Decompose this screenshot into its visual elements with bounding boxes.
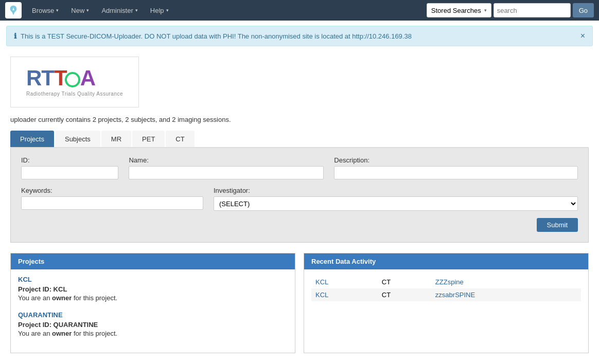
tab-mr[interactable]: MR <box>101 131 131 147</box>
help-caret-icon: ▾ <box>166 8 169 13</box>
activity-col3-row1[interactable]: ZZZspine <box>431 276 581 288</box>
nav-browse[interactable]: Browse ▾ <box>27 0 64 21</box>
summary-text: uploader currently contains 2 projects, … <box>10 116 589 123</box>
project-link-kcl[interactable]: KCL <box>18 276 288 283</box>
activity-col3-row2[interactable]: zzsabrSPINE <box>431 288 581 301</box>
project-meta-kcl-id: Project ID: KCL <box>18 285 288 293</box>
activity-panel: Recent Data Activity KCL CT ZZZspine KCL… <box>304 253 589 353</box>
activity-table: KCL CT ZZZspine KCL CT zzsabrSPINE <box>311 276 581 301</box>
investigator-label: Investigator: <box>214 187 578 194</box>
tab-bar: Projects Subjects MR PET CT <box>10 131 589 148</box>
navbar: Browse ▾ New ▾ Administer ▾ Help ▾ Store… <box>0 0 599 21</box>
project-meta-quarantine-id: Project ID: QUARANTINE <box>18 321 288 329</box>
tab-pet[interactable]: PET <box>132 131 165 147</box>
logo-oa-text: A <box>80 66 95 90</box>
search-input[interactable] <box>494 3 571 17</box>
alert-bar: ℹ This is a TEST Secure-DICOM-Uploader. … <box>6 26 593 46</box>
form-group-investigator: Investigator: (SELECT) <box>214 187 578 211</box>
stored-searches-caret-icon: ▾ <box>484 8 487 13</box>
activity-col2-row1: CT <box>378 276 431 288</box>
navbar-right: Stored Searches ▾ Go <box>427 3 594 17</box>
browse-caret-icon: ▾ <box>56 8 59 13</box>
panels-row: Projects KCL Project ID: KCL You are an … <box>10 253 589 353</box>
search-form: ID: Name: Description: Keywords: Investi… <box>10 148 589 243</box>
project-role-bold-kcl: owner <box>52 294 72 302</box>
project-meta-kcl-role: You are an owner for this project. <box>18 294 288 302</box>
description-input[interactable] <box>334 166 578 179</box>
projects-panel-header: Projects <box>11 253 295 269</box>
nav-new[interactable]: New ▾ <box>66 0 94 21</box>
activity-col1-row2[interactable]: KCL <box>311 288 378 301</box>
info-icon: ℹ <box>14 32 16 40</box>
activity-row-1: KCL CT ZZZspine <box>311 276 581 288</box>
main-content: RTTA Radiotherapy Trials Quality Assuran… <box>0 51 599 353</box>
project-role-bold-quarantine: owner <box>52 330 72 337</box>
form-row-2: Keywords: Investigator: (SELECT) <box>21 187 578 211</box>
administer-caret-icon: ▾ <box>135 8 138 13</box>
app-logo <box>5 2 22 19</box>
keywords-label: Keywords: <box>21 187 203 194</box>
name-label: Name: <box>129 156 324 164</box>
nav-help[interactable]: Help ▾ <box>145 0 174 21</box>
project-entry-kcl: KCL Project ID: KCL You are an owner for… <box>18 276 288 302</box>
id-label: ID: <box>21 156 118 164</box>
project-link-quarantine[interactable]: QUARANTINE <box>18 311 288 319</box>
projects-panel-body: KCL Project ID: KCL You are an owner for… <box>11 269 295 353</box>
go-button[interactable]: Go <box>573 3 594 17</box>
keywords-input[interactable] <box>21 196 203 210</box>
form-group-description: Description: <box>334 156 578 179</box>
nav-administer[interactable]: Administer ▾ <box>96 0 143 21</box>
logo-subtitle: Radiotherapy Trials Quality Assurance <box>26 91 123 97</box>
activity-col2-row2: CT <box>378 288 431 301</box>
tab-projects[interactable]: Projects <box>10 131 54 147</box>
logo-rt-text: RT <box>26 66 54 90</box>
project-meta-quarantine-role: You are an owner for this project. <box>18 330 288 337</box>
submit-button[interactable]: Submit <box>537 218 578 232</box>
project-id-bold: Project ID: KCL <box>18 285 67 293</box>
form-group-keywords: Keywords: <box>21 187 203 211</box>
project-quarantine-id-bold: Project ID: QUARANTINE <box>18 321 98 329</box>
tab-subjects[interactable]: Subjects <box>55 131 100 147</box>
stored-searches-button[interactable]: Stored Searches ▾ <box>427 3 491 17</box>
form-group-name: Name: <box>129 156 324 179</box>
description-label: Description: <box>334 156 578 164</box>
activity-col1-row1[interactable]: KCL <box>311 276 378 288</box>
new-caret-icon: ▾ <box>86 8 89 13</box>
logo-circle-icon <box>65 72 80 87</box>
form-group-id: ID: <box>21 156 118 179</box>
id-input[interactable] <box>21 166 118 179</box>
projects-panel: Projects KCL Project ID: KCL You are an … <box>10 253 295 353</box>
form-row-1: ID: Name: Description: <box>21 156 578 179</box>
name-input[interactable] <box>129 166 324 179</box>
form-actions: Submit <box>21 218 578 232</box>
activity-row-2: KCL CT zzsabrSPINE <box>311 288 581 301</box>
alert-close-button[interactable]: × <box>580 31 585 41</box>
site-logo: RTTA Radiotherapy Trials Quality Assuran… <box>10 57 139 107</box>
activity-panel-body: KCL CT ZZZspine KCL CT zzsabrSPINE <box>304 269 588 352</box>
tab-ct[interactable]: CT <box>166 131 194 147</box>
activity-panel-header: Recent Data Activity <box>304 253 588 269</box>
investigator-select[interactable]: (SELECT) <box>214 196 578 211</box>
project-entry-quarantine: QUARANTINE Project ID: QUARANTINE You ar… <box>18 311 288 337</box>
